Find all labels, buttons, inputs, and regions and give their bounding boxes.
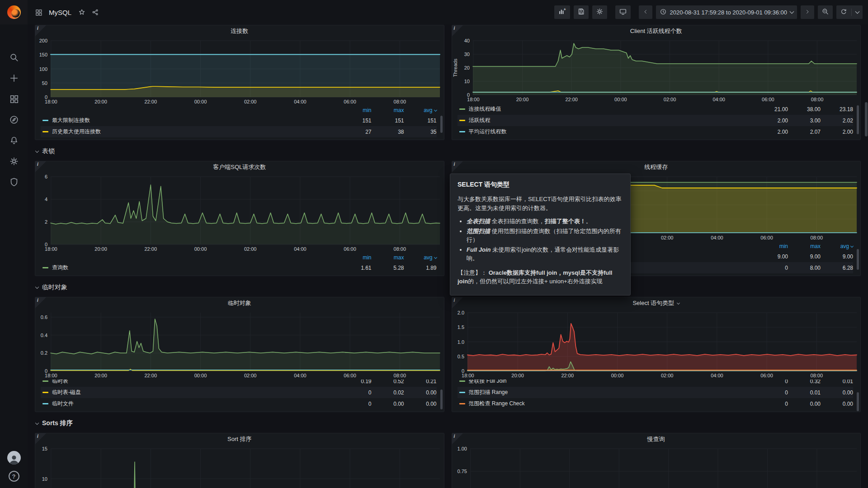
timeseries-chart[interactable]: 00.250.500.751.0018:0020:0022:0000:0002:…: [452, 445, 861, 488]
sidebar-item-explore[interactable]: [9, 115, 19, 126]
zoom-out-button[interactable]: [818, 5, 833, 19]
series-label[interactable]: 临时表: [52, 380, 339, 385]
section-header-table-locks[interactable]: 表锁: [36, 145, 861, 158]
legend-scrollbar[interactable]: [440, 116, 443, 133]
panel-title[interactable]: Sort 排序: [35, 433, 444, 445]
timeseries-chart[interactable]: 05101518:0020:0022:0000:0002:0004:0006:0…: [35, 445, 444, 488]
panel-title[interactable]: 临时对象: [35, 297, 444, 309]
time-back-button[interactable]: [639, 5, 652, 19]
panel-title[interactable]: 连接数: [35, 25, 444, 37]
legend-header: min max avg: [41, 253, 437, 262]
legend-scrollbar[interactable]: [857, 249, 859, 270]
legend-row: 范围检查 Range Check 0 0.00 0.00: [458, 398, 854, 409]
series-avg: 1.89: [404, 265, 437, 271]
panel-title[interactable]: 慢查询: [452, 433, 861, 445]
timeseries-chart[interactable]: 01020304018:0020:0022:0000:0002:0004:000…: [452, 37, 861, 103]
legend-header-avg[interactable]: avg: [821, 243, 853, 249]
legend-header-min[interactable]: min: [339, 107, 372, 113]
dashboard-settings-button[interactable]: [592, 5, 607, 19]
panel-sort: i Sort 排序 05101518:0020:0022:0000:0002:0…: [35, 433, 444, 488]
legend-row: 平均运行线程数 2.00 2.07 2.00: [458, 126, 854, 137]
series-label[interactable]: 临时表-磁盘: [52, 389, 339, 396]
shield-icon: [9, 177, 19, 188]
series-label[interactable]: 连接线程峰值: [469, 105, 756, 113]
legend-header-max[interactable]: max: [788, 243, 821, 249]
series-label[interactable]: 活跃线程: [469, 117, 756, 124]
legend-header-avg[interactable]: avg: [404, 107, 437, 113]
refresh-button[interactable]: [836, 5, 863, 19]
legend-header-min[interactable]: min: [755, 243, 788, 249]
legend-scrollbar[interactable]: [440, 389, 443, 409]
timeseries-chart[interactable]: 024618:0020:0022:0000:0002:0004:0006:000…: [35, 173, 444, 253]
dashboard-title[interactable]: MySQL: [49, 9, 71, 16]
section-header-sorts[interactable]: Sorts 排序: [36, 417, 861, 430]
series-label[interactable]: 临时文件: [52, 400, 339, 408]
grafana-logo[interactable]: [0, 0, 28, 24]
panel-info-icon[interactable]: i: [35, 433, 46, 444]
panel-info-icon[interactable]: i: [35, 25, 46, 36]
series-min: 0: [755, 265, 788, 271]
panel-info-icon[interactable]: i: [452, 297, 463, 308]
save-dashboard-button[interactable]: [574, 5, 589, 19]
svg-text:00:00: 00:00: [194, 99, 207, 104]
panel-title[interactable]: Select 语句类型: [452, 297, 861, 309]
legend-header-max[interactable]: max: [372, 254, 404, 261]
share-icon[interactable]: [90, 7, 100, 17]
legend-header-avg[interactable]: avg: [404, 254, 437, 261]
series-color-dash: [42, 267, 48, 268]
legend-scrollbar[interactable]: [857, 105, 859, 134]
panel-info-tooltip: SELECT 语句类型 与大多数关系数据库一样，SELECT语句使用索引比扫表的…: [450, 174, 631, 296]
help-icon[interactable]: ?: [9, 471, 19, 482]
panel-info-icon[interactable]: i: [35, 161, 46, 172]
panel-info-icon[interactable]: i: [452, 161, 463, 172]
bell-icon: [9, 136, 19, 147]
section-header-temp-objects[interactable]: 临时对象: [36, 281, 861, 294]
sidebar-item-dashboards[interactable]: [9, 94, 19, 105]
svg-text:00:00: 00:00: [194, 373, 207, 378]
series-label[interactable]: 范围检查 Range Check: [469, 400, 756, 408]
sidebar-item-alerting[interactable]: [9, 136, 19, 146]
section-label: Sorts 排序: [42, 419, 73, 427]
sidebar-item-configuration[interactable]: [9, 156, 19, 167]
timeseries-chart[interactable]: 05010015020018:0020:0022:0000:0002:0004:…: [35, 37, 444, 106]
panel-title[interactable]: 客户端SQL请求次数: [35, 161, 444, 173]
series-label[interactable]: 最大限制连接数: [52, 117, 339, 124]
time-range-picker[interactable]: 2020-08-31 17:59:28 to 2020-09-01 09:36:…: [656, 5, 797, 19]
timeseries-chart[interactable]: 00.51.01.52.018:0020:0022:0000:0002:0004…: [452, 309, 861, 380]
svg-text:1.0: 1.0: [457, 339, 464, 345]
refresh-icon: [840, 8, 847, 17]
sidebar-item-search[interactable]: [9, 52, 19, 63]
series-label[interactable]: 平均运行线程数: [469, 128, 756, 136]
legend-header-min[interactable]: min: [339, 254, 372, 261]
series-min: 2.00: [755, 117, 788, 124]
svg-text:08:00: 08:00: [394, 373, 406, 378]
timeseries-chart[interactable]: 00.20.40.618:0020:0022:0000:0002:0004:00…: [35, 309, 444, 380]
sidebar-item-server-admin[interactable]: [9, 177, 19, 188]
panel-info-icon[interactable]: i: [452, 25, 463, 36]
legend-row: 连接线程峰值 21.00 38.00 23.18: [458, 103, 854, 115]
dashboard-grid-icon[interactable]: [34, 8, 43, 17]
refresh-interval-caret-icon: [855, 9, 860, 14]
series-label[interactable]: 范围扫描 Range: [469, 389, 756, 396]
chevron-down-icon: [35, 149, 39, 152]
panel-client-sql-requests: i 客户端SQL请求次数 024618:0020:0022:0000:0002:…: [35, 161, 444, 276]
series-label[interactable]: 查询数: [52, 264, 339, 272]
legend-scrollbar[interactable]: [857, 392, 859, 411]
panel-info-icon[interactable]: i: [452, 433, 463, 444]
series-label[interactable]: 历史最大使用连接数: [52, 128, 339, 136]
series-min: 0: [755, 401, 788, 407]
user-avatar[interactable]: [7, 451, 21, 465]
sidebar-nav: [9, 52, 19, 188]
svg-text:08:00: 08:00: [394, 246, 406, 252]
star-icon[interactable]: [77, 7, 87, 17]
series-label[interactable]: 全联接 Full Join: [469, 380, 756, 385]
time-forward-button[interactable]: [801, 5, 814, 19]
sidebar-item-create[interactable]: [9, 73, 19, 84]
cycle-view-mode-button[interactable]: [615, 5, 631, 19]
panel-title[interactable]: 线程缓存: [452, 161, 861, 173]
panel-title[interactable]: Client 活跃线程个数: [452, 25, 861, 37]
page-scrollbar[interactable]: [865, 102, 868, 136]
panel-info-icon[interactable]: i: [35, 297, 46, 308]
add-panel-button[interactable]: +: [554, 5, 570, 19]
legend-header-max[interactable]: max: [372, 107, 404, 113]
